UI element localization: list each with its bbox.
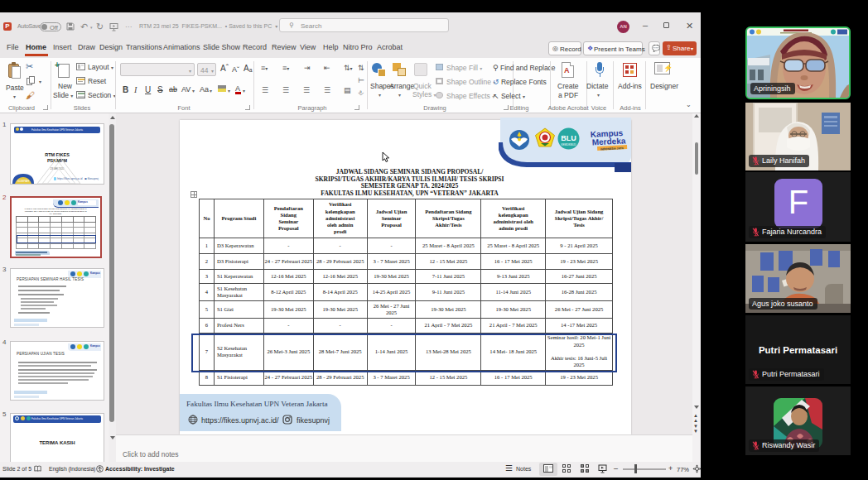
- svg-text:BLU: BLU: [561, 134, 576, 142]
- svg-text:KEMDIKBUD: KEMDIKBUD: [562, 143, 577, 146]
- svg-text:SUMPAH: SUMPAH: [17, 180, 30, 183]
